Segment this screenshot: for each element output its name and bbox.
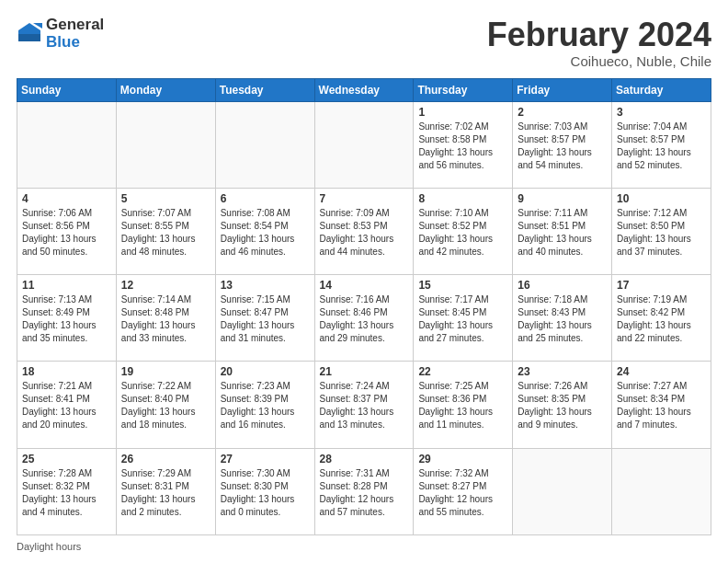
day-cell: 22Sunrise: 7:25 AMSunset: 8:36 PMDayligh… [414, 362, 513, 448]
day-detail: Sunrise: 7:02 AMSunset: 8:58 PMDaylight:… [418, 121, 507, 172]
day-detail: Sunrise: 7:16 AMSunset: 8:46 PMDaylight:… [320, 293, 409, 345]
day-cell [612, 448, 711, 534]
daylight-hours-label: Daylight hours [17, 541, 81, 552]
day-cell: 24Sunrise: 7:27 AMSunset: 8:34 PMDayligh… [612, 362, 711, 448]
day-number: 17 [617, 279, 706, 292]
header-day-sunday: Sunday [17, 78, 117, 101]
day-cell: 27Sunrise: 7:30 AMSunset: 8:30 PMDayligh… [215, 448, 314, 534]
day-cell: 14Sunrise: 7:16 AMSunset: 8:46 PMDayligh… [314, 275, 414, 362]
header-day-monday: Monday [116, 78, 215, 101]
day-detail: Sunrise: 7:03 AMSunset: 8:57 PMDaylight:… [518, 121, 607, 172]
day-detail: Sunrise: 7:04 AMSunset: 8:57 PMDaylight:… [617, 121, 706, 172]
day-number: 1 [418, 106, 507, 119]
day-number: 12 [121, 279, 210, 292]
day-number: 16 [518, 279, 607, 292]
day-cell [116, 101, 215, 188]
day-detail: Sunrise: 7:32 AMSunset: 8:27 PMDaylight:… [418, 467, 507, 519]
logo-blue-text: Blue [46, 34, 104, 52]
day-cell: 17Sunrise: 7:19 AMSunset: 8:42 PMDayligh… [612, 275, 711, 362]
day-detail: Sunrise: 7:15 AMSunset: 8:47 PMDaylight:… [221, 293, 310, 345]
day-number: 27 [221, 453, 310, 465]
header-day-friday: Friday [513, 78, 612, 101]
day-cell: 11Sunrise: 7:13 AMSunset: 8:49 PMDayligh… [17, 275, 117, 362]
day-detail: Sunrise: 7:26 AMSunset: 8:35 PMDaylight:… [518, 380, 607, 431]
day-number: 15 [418, 279, 507, 292]
header: General Blue February 2024 Coihueco, Nub… [17, 17, 711, 69]
day-detail: Sunrise: 7:17 AMSunset: 8:45 PMDaylight:… [418, 293, 507, 345]
day-number: 23 [518, 365, 607, 378]
day-detail: Sunrise: 7:07 AMSunset: 8:55 PMDaylight:… [121, 207, 210, 259]
day-number: 7 [320, 192, 409, 205]
week-row-3: 11Sunrise: 7:13 AMSunset: 8:49 PMDayligh… [17, 275, 711, 362]
day-cell: 7Sunrise: 7:09 AMSunset: 8:53 PMDaylight… [314, 188, 414, 274]
day-number: 13 [221, 279, 310, 292]
day-number: 25 [22, 453, 111, 465]
week-row-2: 4Sunrise: 7:06 AMSunset: 8:56 PMDaylight… [17, 188, 711, 274]
header-day-tuesday: Tuesday [215, 78, 314, 101]
day-number: 28 [320, 453, 409, 465]
day-cell: 29Sunrise: 7:32 AMSunset: 8:27 PMDayligh… [414, 448, 513, 534]
day-cell [513, 448, 612, 534]
day-number: 20 [221, 365, 310, 378]
day-number: 8 [418, 192, 507, 205]
day-detail: Sunrise: 7:10 AMSunset: 8:52 PMDaylight:… [418, 207, 507, 259]
day-number: 4 [22, 192, 111, 205]
day-number: 14 [320, 279, 409, 292]
day-cell: 15Sunrise: 7:17 AMSunset: 8:45 PMDayligh… [414, 275, 513, 362]
day-cell [314, 101, 414, 188]
logo-text: General Blue [46, 17, 104, 51]
day-cell: 23Sunrise: 7:26 AMSunset: 8:35 PMDayligh… [513, 362, 612, 448]
day-cell: 13Sunrise: 7:15 AMSunset: 8:47 PMDayligh… [215, 275, 314, 362]
day-cell: 21Sunrise: 7:24 AMSunset: 8:37 PMDayligh… [314, 362, 414, 448]
day-cell: 16Sunrise: 7:18 AMSunset: 8:43 PMDayligh… [513, 275, 612, 362]
day-cell: 20Sunrise: 7:23 AMSunset: 8:39 PMDayligh… [215, 362, 314, 448]
day-cell: 10Sunrise: 7:12 AMSunset: 8:50 PMDayligh… [612, 188, 711, 274]
day-cell [215, 101, 314, 188]
day-cell: 8Sunrise: 7:10 AMSunset: 8:52 PMDaylight… [414, 188, 513, 274]
day-number: 21 [320, 365, 409, 378]
day-detail: Sunrise: 7:22 AMSunset: 8:40 PMDaylight:… [121, 380, 210, 431]
day-detail: Sunrise: 7:14 AMSunset: 8:48 PMDaylight:… [121, 293, 210, 345]
week-row-4: 18Sunrise: 7:21 AMSunset: 8:41 PMDayligh… [17, 362, 711, 448]
calendar-location: Coihueco, Nuble, Chile [487, 53, 711, 69]
day-cell: 4Sunrise: 7:06 AMSunset: 8:56 PMDaylight… [17, 188, 117, 274]
day-number: 6 [221, 192, 310, 205]
day-cell: 28Sunrise: 7:31 AMSunset: 8:28 PMDayligh… [314, 448, 414, 534]
day-cell [17, 101, 117, 188]
day-cell: 18Sunrise: 7:21 AMSunset: 8:41 PMDayligh… [17, 362, 117, 448]
day-detail: Sunrise: 7:08 AMSunset: 8:54 PMDaylight:… [221, 207, 310, 259]
header-day-wednesday: Wednesday [314, 78, 414, 101]
logo-general-text: General [46, 17, 104, 34]
day-number: 9 [518, 192, 607, 205]
day-number: 11 [22, 279, 111, 292]
header-day-thursday: Thursday [414, 78, 513, 101]
day-cell: 3Sunrise: 7:04 AMSunset: 8:57 PMDaylight… [612, 101, 711, 188]
day-detail: Sunrise: 7:09 AMSunset: 8:53 PMDaylight:… [320, 207, 409, 259]
calendar-header-row: SundayMondayTuesdayWednesdayThursdayFrid… [17, 78, 711, 101]
day-number: 24 [617, 365, 706, 378]
day-number: 5 [121, 192, 210, 205]
calendar-page: General Blue February 2024 Coihueco, Nub… [0, 0, 728, 563]
day-number: 29 [418, 453, 507, 465]
day-number: 3 [617, 106, 706, 119]
day-detail: Sunrise: 7:25 AMSunset: 8:36 PMDaylight:… [418, 380, 507, 431]
week-row-5: 25Sunrise: 7:28 AMSunset: 8:32 PMDayligh… [17, 448, 711, 534]
day-cell: 12Sunrise: 7:14 AMSunset: 8:48 PMDayligh… [116, 275, 215, 362]
header-day-saturday: Saturday [612, 78, 711, 101]
day-number: 26 [121, 453, 210, 465]
day-number: 2 [518, 106, 607, 119]
day-detail: Sunrise: 7:24 AMSunset: 8:37 PMDaylight:… [320, 380, 409, 431]
calendar-table: SundayMondayTuesdayWednesdayThursdayFrid… [17, 78, 711, 535]
day-detail: Sunrise: 7:27 AMSunset: 8:34 PMDaylight:… [617, 380, 706, 431]
day-cell: 25Sunrise: 7:28 AMSunset: 8:32 PMDayligh… [17, 448, 117, 534]
day-cell: 19Sunrise: 7:22 AMSunset: 8:40 PMDayligh… [116, 362, 215, 448]
day-detail: Sunrise: 7:31 AMSunset: 8:28 PMDaylight:… [320, 467, 409, 519]
day-detail: Sunrise: 7:29 AMSunset: 8:31 PMDaylight:… [121, 467, 210, 519]
day-detail: Sunrise: 7:19 AMSunset: 8:42 PMDaylight:… [617, 293, 706, 345]
calendar-footer: Daylight hours [17, 541, 711, 552]
day-detail: Sunrise: 7:21 AMSunset: 8:41 PMDaylight:… [22, 380, 111, 431]
day-cell: 26Sunrise: 7:29 AMSunset: 8:31 PMDayligh… [116, 448, 215, 534]
day-detail: Sunrise: 7:06 AMSunset: 8:56 PMDaylight:… [22, 207, 111, 259]
day-detail: Sunrise: 7:23 AMSunset: 8:39 PMDaylight:… [221, 380, 310, 431]
logo-icon [17, 21, 42, 47]
